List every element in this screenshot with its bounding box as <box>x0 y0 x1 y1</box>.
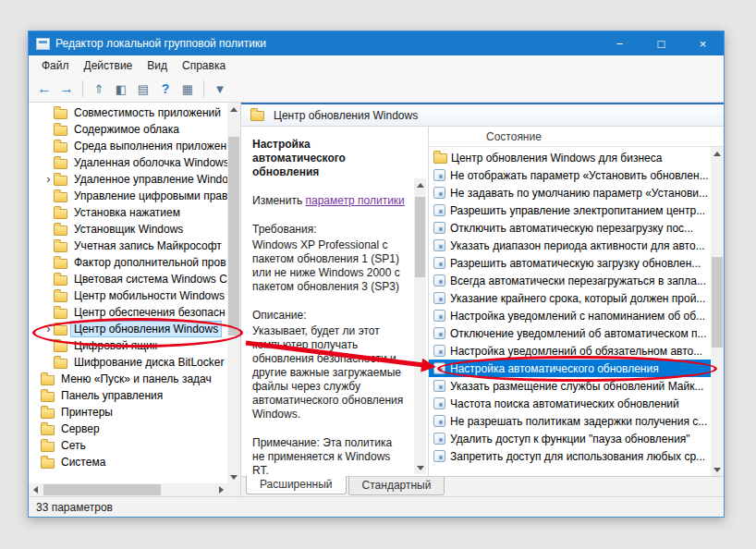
list-item-4[interactable]: Отключить автоматическую перезагрузку по… <box>429 219 711 237</box>
scroll-down-button[interactable] <box>227 470 240 483</box>
policy-icon <box>433 187 445 199</box>
list-item-10[interactable]: Отключение уведомлений об автоматическом… <box>429 324 711 342</box>
back-icon[interactable]: ← <box>34 79 55 99</box>
tree-item-19[interactable]: Сервер <box>29 421 227 437</box>
tree-item-0[interactable]: Совместимость приложений <box>29 104 227 121</box>
list-item-17[interactable]: Запретить доступ для использования любых… <box>429 447 711 465</box>
tree-item-17[interactable]: Панель управления <box>29 387 227 404</box>
tree-item-14[interactable]: Цифровой ящик <box>29 337 227 354</box>
scrollbar-track[interactable] <box>42 483 214 496</box>
tree-item-label: Сеть <box>58 438 89 453</box>
tree-item-label: Меню «Пуск» и панель задач <box>58 372 214 386</box>
scroll-down-button[interactable] <box>414 461 426 474</box>
list-item-13[interactable]: Указать размещение службы обновлений Май… <box>429 377 711 395</box>
list-item-16[interactable]: Удалить доступ к функции "пауза обновлен… <box>429 430 711 447</box>
scroll-down-button[interactable] <box>711 463 724 476</box>
scroll-up-icon <box>713 152 721 156</box>
scroll-up-button[interactable] <box>227 103 240 116</box>
scrollbar-track[interactable] <box>711 160 724 463</box>
help-icon[interactable]: ? <box>155 79 176 99</box>
tab-extended[interactable]: Расширенный <box>246 476 347 494</box>
tree-item-4[interactable]: ›Удаленное управление Windo <box>29 171 227 188</box>
list-item-label: Отключение уведомлений об автоматическом… <box>450 327 711 340</box>
menu-help[interactable]: Справка <box>175 57 233 74</box>
list-item-7[interactable]: Всегда автоматически перезагружаться в з… <box>429 272 711 289</box>
minimize-button[interactable]: − <box>599 31 640 55</box>
tree-vertical-scrollbar[interactable] <box>227 103 240 483</box>
tree-horizontal-scrollbar[interactable] <box>29 483 240 496</box>
tree-item-18[interactable]: Принтеры <box>29 404 227 421</box>
list-item-0[interactable]: Центр обновления Windows для бизнеса <box>429 149 711 166</box>
filter-icon[interactable]: ▼ <box>210 79 230 99</box>
tree-item-9[interactable]: Фактор дополнительной пров <box>29 254 227 271</box>
menu-view[interactable]: Вид <box>140 57 175 74</box>
list-item-label: Разрешить автоматическую загрузку обновл… <box>450 257 711 270</box>
up-one-level-icon[interactable]: ⇑ <box>89 79 109 99</box>
scroll-left-button[interactable] <box>29 483 42 496</box>
tree-item-label: Управление цифровыми прав <box>71 189 227 203</box>
maximize-button[interactable]: □ <box>640 31 682 55</box>
close-button[interactable]: × <box>682 31 724 55</box>
description-label: Описание: <box>252 309 406 323</box>
requirements-label: Требования: <box>252 223 406 237</box>
list-item-11[interactable]: Настройка уведомлений об обязательном ав… <box>429 342 711 360</box>
tab-standard[interactable]: Стандартный <box>348 477 445 495</box>
tree-item-12[interactable]: Центр обеспечения безопасн <box>29 304 227 321</box>
scrollbar-thumb[interactable] <box>43 484 161 495</box>
properties-icon[interactable]: ▦ <box>177 79 198 99</box>
list-item-8[interactable]: Указание крайнего срока, который должен … <box>429 289 711 307</box>
window-title: Редактор локальной групповой политики <box>55 37 266 50</box>
scroll-right-button[interactable] <box>214 483 227 496</box>
edit-policy-link[interactable]: параметр политики <box>305 194 404 207</box>
list-item-6[interactable]: Разрешить автоматическую загрузку обновл… <box>429 254 711 272</box>
scroll-down-icon <box>713 468 721 472</box>
tree-item-20[interactable]: Сеть <box>29 437 227 454</box>
tree-item-10[interactable]: Цветовая система Windows Co <box>29 271 227 287</box>
tree-item-1[interactable]: Содержимое облака <box>29 121 227 138</box>
scroll-up-button[interactable] <box>711 147 724 160</box>
scrollbar-thumb[interactable] <box>228 137 239 336</box>
list-item-12[interactable]: Настройка автоматического обновления <box>429 360 711 377</box>
tree-item-11[interactable]: Центр мобильности Windows <box>29 287 227 304</box>
list-item-label: Центр обновления Windows для бизнеса <box>451 152 711 165</box>
tree-item-5[interactable]: Управление цифровыми прав <box>29 188 227 204</box>
list-item-9[interactable]: Настройка уведомлений с напоминанием об … <box>429 307 711 324</box>
tree-item-6[interactable]: Установка нажатием <box>29 204 227 221</box>
tree-item-label: Фактор дополнительной пров <box>71 255 227 270</box>
column-header-state[interactable]: Состояние <box>429 127 724 147</box>
forward-icon[interactable]: → <box>56 79 77 99</box>
list-item-5[interactable]: Указать диапазон периода активности для … <box>429 237 711 254</box>
chevron-right-icon[interactable]: › <box>43 322 54 336</box>
list-item-3[interactable]: Разрешить управление электропитанием цен… <box>429 201 711 219</box>
scrollbar-track[interactable] <box>227 116 240 470</box>
tree-item-8[interactable]: Учетная запись Майкрософт <box>29 238 227 254</box>
list-vertical-scrollbar[interactable] <box>711 147 724 476</box>
list-item-1[interactable]: Не отображать параметр «Установить обнов… <box>429 166 711 184</box>
menu-file[interactable]: Файл <box>34 57 77 74</box>
show-console-tree-icon[interactable]: ◧ <box>111 79 131 99</box>
policy-icon <box>433 397 445 409</box>
folder-icon <box>54 309 67 319</box>
scrollbar-thumb[interactable] <box>415 197 425 278</box>
export-list-icon[interactable]: ▤ <box>133 79 153 99</box>
list-item-15[interactable]: Не разрешать политикам задержки получени… <box>429 412 711 430</box>
description-scrollbar[interactable] <box>414 178 426 474</box>
list-item-14[interactable]: Частота поиска автоматических обновлений <box>429 395 711 412</box>
scrollbar-track[interactable] <box>414 191 426 461</box>
scroll-up-button[interactable] <box>414 178 426 191</box>
tree-item-21[interactable]: Система <box>29 454 227 470</box>
menu-action[interactable]: Действие <box>77 57 140 74</box>
policy-icon <box>433 345 445 357</box>
toolbar: ←→⇑◧▤?▦▼ <box>29 76 724 103</box>
tree-item-16[interactable]: Меню «Пуск» и панель задач <box>29 371 227 387</box>
title-bar[interactable]: Редактор локальной групповой политики − … <box>29 31 724 55</box>
tree-item-3[interactable]: Удаленная оболочка Windows <box>29 154 227 171</box>
folder-icon <box>41 409 55 419</box>
tree-item-2[interactable]: Среда выполнения приложен <box>29 138 227 154</box>
chevron-right-icon[interactable]: › <box>43 172 54 187</box>
tree-item-13[interactable]: ›Центр обновления Windows <box>29 321 227 337</box>
scrollbar-thumb[interactable] <box>712 257 723 348</box>
tree-item-7[interactable]: Установщик Windows <box>29 221 227 238</box>
list-item-2[interactable]: Не задавать по умолчанию параметр «Устан… <box>429 184 711 201</box>
tree-item-15[interactable]: Шифрование диска BitLocker <box>29 354 227 371</box>
